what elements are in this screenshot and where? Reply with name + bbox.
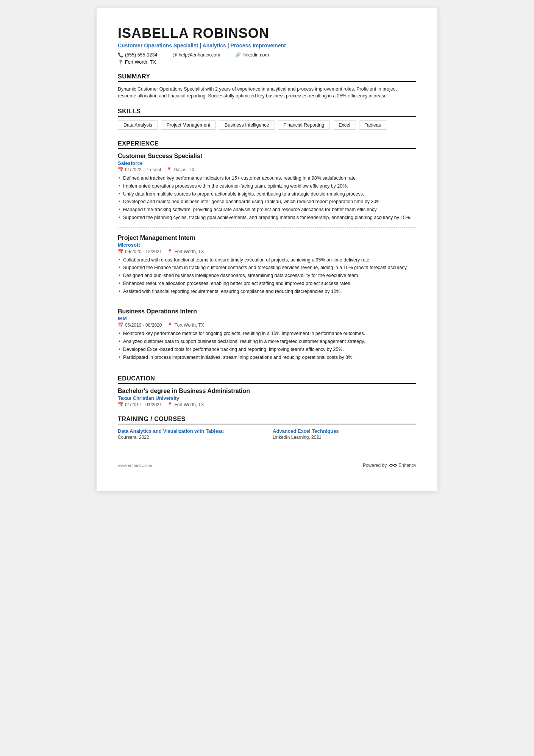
location-text: Fort Worth, TX [125, 59, 156, 65]
education-section-title: EDUCATION [118, 375, 416, 384]
training-section: TRAINING / COURSES Data Analytics and Vi… [118, 416, 416, 440]
job-title: Project Management Intern [118, 235, 416, 241]
edu-location-icon: 📍 [167, 402, 173, 407]
email-address: help@enhancv.com [179, 52, 220, 58]
job-meta: 📅 06/2019 - 08/2020 📍 Fort Worth, TX [118, 322, 416, 328]
job-block: Customer Success Specialist Salesforce 📅… [118, 153, 416, 228]
calendar-icon: 📅 [118, 167, 123, 172]
summary-section-title: SUMMARY [118, 73, 416, 82]
calendar-icon: 📅 [118, 322, 123, 328]
job-block: Project Management Intern Microsoft 📅 09… [118, 235, 416, 302]
experience-section-title: EXPERIENCE [118, 140, 416, 149]
summary-section: SUMMARY Dynamic Customer Operations Spec… [118, 73, 416, 100]
job-date-item: 📅 09/2020 - 12/2021 [118, 249, 162, 254]
edu-date: 01/2017 - 01/2021 [125, 402, 162, 407]
job-date: 09/2020 - 12/2021 [125, 249, 162, 254]
job-location: Fort Worth, TX [174, 249, 204, 254]
location-pin-icon: 📍 [167, 322, 173, 328]
training-item: Data Analytics and Visualization with Ta… [118, 428, 261, 440]
location-icon: 📍 [118, 59, 123, 65]
skill-item: Project Management [161, 121, 216, 130]
training-name: Data Analytics and Visualization with Ta… [118, 428, 261, 434]
linkedin-contact: 🔗 linkedin.com [235, 52, 269, 58]
job-location-item: 📍 Fort Worth, TX [167, 322, 204, 328]
footer: www.enhancv.com Powered by Enhancv [118, 463, 416, 468]
phone-contact: 📞 (555) 555-1234 [118, 52, 157, 58]
summary-text: Dynamic Customer Operations Specialist w… [118, 86, 416, 100]
bullet-item: Participated in process improvement init… [118, 354, 416, 361]
skills-section-title: SKILLS [118, 108, 416, 117]
bullet-item: Enhanced resource allocation processes, … [118, 280, 416, 287]
email-icon: @ [172, 52, 177, 58]
job-location-item: 📍 Dallas, TX [166, 167, 194, 172]
bullet-list: Collaborated with cross-functional teams… [118, 257, 416, 295]
job-date-item: 📅 06/2019 - 08/2020 [118, 322, 162, 328]
candidate-name: ISABELLA ROBINSON [118, 26, 416, 41]
location-contact: 📍 Fort Worth, TX [118, 59, 416, 65]
link-icon: 🔗 [235, 52, 241, 58]
training-source: LinkedIn Learning, 2021 [273, 435, 416, 440]
education-section: EDUCATION Bachelor's degree in Business … [118, 375, 416, 407]
skill-item: Tableau [359, 121, 387, 130]
bullet-item: Supported the Finance team in tracking c… [118, 264, 416, 271]
job-location-item: 📍 Fort Worth, TX [167, 249, 204, 254]
job-date: 01/2022 - Present [125, 167, 161, 172]
jobs-container: Customer Success Specialist Salesforce 📅… [118, 153, 416, 367]
contact-row: 📞 (555) 555-1234 @ help@enhancv.com 🔗 li… [118, 52, 416, 59]
bullet-item: Designed and published business intellig… [118, 272, 416, 279]
bullet-item: Supported the planning cycles, tracking … [118, 214, 416, 221]
calendar-icon: 📅 [118, 402, 123, 407]
skill-item: Data Analysis [118, 121, 158, 130]
linkedin-url: linkedin.com [242, 52, 269, 58]
company-name: Salesforce [118, 160, 416, 166]
skill-item: Excel [333, 121, 356, 130]
enhancv-text: Enhancv [398, 463, 416, 468]
edu-meta: 📅 01/2017 - 01/2021 📍 Fort Worth, TX [118, 402, 416, 407]
job-location: Fort Worth, TX [174, 322, 204, 328]
location-pin-icon: 📍 [166, 167, 172, 172]
experience-section: EXPERIENCE Customer Success Specialist S… [118, 140, 416, 367]
degree-title: Bachelor's degree in Business Administra… [118, 388, 416, 394]
job-location: Dallas, TX [173, 167, 194, 172]
edu-date-item: 📅 01/2017 - 01/2021 [118, 402, 162, 407]
bullet-item: Monitored key performance metrics for on… [118, 330, 416, 337]
training-item: Advanced Excel Techniques LinkedIn Learn… [273, 428, 416, 440]
job-title: Customer Success Specialist [118, 153, 416, 160]
bullet-item: Developed Excel-based tools for performa… [118, 346, 416, 353]
company-name: Microsoft [118, 242, 416, 248]
enhancv-logo-icon [389, 463, 397, 468]
training-section-title: TRAINING / COURSES [118, 416, 416, 424]
location-pin-icon: 📍 [167, 249, 173, 254]
edu-location-item: 📍 Fort Worth, TX [167, 402, 204, 407]
bullet-item: Unify data from multiple sources to prep… [118, 191, 416, 198]
education-block: Bachelor's degree in Business Administra… [118, 388, 416, 407]
bullet-list: Monitored key performance metrics for on… [118, 330, 416, 361]
training-source: Coursera, 2022 [118, 435, 261, 440]
footer-logo: Powered by Enhancv [363, 463, 416, 468]
candidate-title: Customer Operations Specialist | Analyti… [118, 42, 416, 49]
bullet-item: Analyzed customer data to support busine… [118, 338, 416, 345]
phone-number: (555) 555-1234 [125, 52, 157, 58]
school-name: Texas Christian University [118, 395, 416, 401]
skill-item: Financial Reporting [278, 121, 330, 130]
resume-page: ISABELLA ROBINSON Customer Operations Sp… [97, 8, 437, 491]
job-title: Business Operations Intern [118, 308, 416, 315]
footer-website: www.enhancv.com [118, 463, 152, 468]
job-block: Business Operations Intern IBM 📅 06/2019… [118, 308, 416, 367]
bullet-item: Managed time-tracking software, providin… [118, 206, 416, 213]
company-name: IBM [118, 316, 416, 321]
bullet-item: Collaborated with cross-functional teams… [118, 257, 416, 264]
header: ISABELLA ROBINSON Customer Operations Sp… [118, 26, 416, 65]
bullet-item: Developed and maintained business intell… [118, 198, 416, 205]
job-date-item: 📅 01/2022 - Present [118, 167, 161, 172]
bullet-item: Implemented operations processes within … [118, 183, 416, 190]
calendar-icon: 📅 [118, 249, 123, 254]
edu-location: Fort Worth, TX [174, 402, 204, 407]
skill-item: Business Intelligence [219, 121, 275, 130]
skills-section: SKILLS Data AnalysisProject ManagementBu… [118, 108, 416, 132]
email-contact: @ help@enhancv.com [172, 52, 220, 58]
skills-list: Data AnalysisProject ManagementBusiness … [118, 121, 416, 132]
job-meta: 📅 01/2022 - Present 📍 Dallas, TX [118, 167, 416, 172]
job-date: 06/2019 - 08/2020 [125, 322, 162, 328]
training-name: Advanced Excel Techniques [273, 428, 416, 434]
